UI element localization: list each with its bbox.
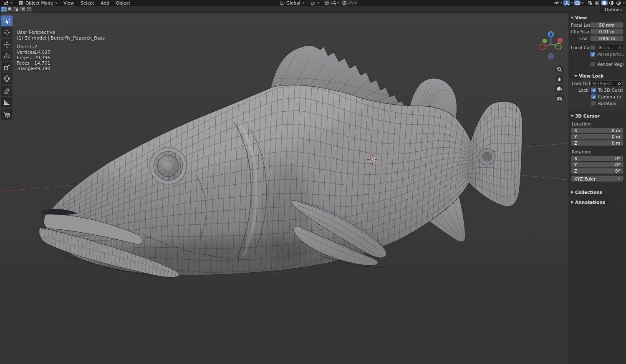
xray-icon <box>588 1 593 5</box>
axis-label: Z <box>574 168 580 173</box>
orientation-axes-icon <box>280 1 285 5</box>
lock-to-3d-cursor-checkbox[interactable] <box>591 88 596 93</box>
select-mode-subtract[interactable] <box>13 7 19 12</box>
field-label: Lock to O... <box>572 81 591 86</box>
chevron-down-icon <box>302 2 305 5</box>
focal-length-field[interactable]: 50 mm <box>590 22 623 28</box>
rotate-tool[interactable] <box>1 50 13 61</box>
chevron-down-icon[interactable] <box>581 2 584 5</box>
camera-view-button[interactable] <box>555 85 563 93</box>
cursor-location-x[interactable]: X 0 m <box>571 128 623 133</box>
show-gizmo-toggle[interactable] <box>563 0 570 5</box>
select-mode-intersect[interactable] <box>26 7 32 12</box>
xray-toggle[interactable] <box>587 0 593 5</box>
field-label: Local Cam... <box>571 45 590 50</box>
menu-view[interactable]: View <box>60 0 77 6</box>
panel-grip-icon: :::: <box>617 191 623 194</box>
overlays-icon <box>575 1 580 5</box>
panel-grip-icon: :::: <box>617 16 623 20</box>
snap-target-dropdown[interactable] <box>330 0 340 5</box>
move-tool[interactable] <box>1 39 13 50</box>
cursor-rotation-y[interactable]: Y 0° <box>571 162 623 168</box>
fish-model[interactable] <box>39 46 523 296</box>
clip-end-field[interactable]: 1000 m <box>590 35 623 41</box>
show-overlays-toggle[interactable] <box>574 0 581 5</box>
chevron-down-icon <box>336 2 339 5</box>
object-type-visibility-dropdown[interactable] <box>553 0 563 5</box>
checkbox-label: Rotation <box>598 101 616 106</box>
pivot-point-dropdown[interactable] <box>308 0 322 6</box>
chevron-down-icon <box>570 114 574 118</box>
proportional-editing-toggle[interactable] <box>341 0 348 5</box>
transform-tool[interactable] <box>1 73 13 84</box>
camera-to-view-checkbox[interactable] <box>591 94 596 99</box>
chevron-down-icon <box>560 2 563 5</box>
panel-header-annotations[interactable]: Annotations :::: <box>568 198 626 206</box>
shading-material-button[interactable] <box>608 0 615 5</box>
render-region-checkbox[interactable] <box>590 62 595 67</box>
cursor-location-z[interactable]: Z 0 m <box>571 140 623 146</box>
cursor-location-y[interactable]: Y 0 m <box>571 134 623 140</box>
proportional-falloff-dropdown[interactable] <box>348 0 357 5</box>
field-label: End <box>571 36 590 41</box>
shading-rendered-button[interactable] <box>615 0 622 5</box>
chevron-right-icon <box>570 201 574 204</box>
clear-x-icon[interactable]: ✕ <box>618 45 622 50</box>
panel-header-collections[interactable]: Collections :::: <box>568 188 626 196</box>
cursor-rotation-z[interactable]: Z 0° <box>571 168 623 174</box>
3d-viewport[interactable]: User Perspective (1) 3d model | Butterfl… <box>0 13 626 364</box>
lock-rotation-checkbox[interactable] <box>591 101 596 106</box>
chevron-down-icon <box>317 2 320 5</box>
object-icon <box>593 82 596 85</box>
location-label: Location: <box>572 121 623 126</box>
panel-header-3d-cursor[interactable]: 3D Cursor :::: <box>568 111 626 120</box>
panel-header-view-lock[interactable]: View Lock <box>568 71 626 80</box>
snap-toggle-button[interactable] <box>323 0 330 5</box>
lock-to-object-field[interactable]: Object <box>591 80 623 86</box>
cursor-tool[interactable] <box>1 27 13 38</box>
options-button[interactable]: Options <box>600 6 626 13</box>
rotation-mode-dropdown[interactable]: XYZ Euler <box>571 176 623 182</box>
menu-select[interactable]: Select <box>77 0 97 6</box>
select-mode-invert[interactable] <box>20 7 25 12</box>
chevron-down-icon <box>10 2 13 5</box>
eyedropper-icon[interactable] <box>617 82 621 85</box>
select-mode-new[interactable] <box>1 7 7 12</box>
proportional-circle-icon <box>342 1 347 5</box>
measure-tool[interactable] <box>1 97 13 108</box>
chevron-down-icon[interactable] <box>622 2 625 5</box>
axis-label: X <box>574 156 580 161</box>
snap-increment-icon <box>331 1 336 5</box>
viewport-info-overlay: User Perspective (1) 3d model | Butterfl… <box>17 30 105 71</box>
clip-start-field[interactable]: 0.01 m <box>590 29 623 35</box>
menu-add[interactable]: Add <box>97 0 112 6</box>
select-box-tool[interactable] <box>1 15 13 26</box>
rotation-mode-value: XYZ Euler <box>574 176 596 181</box>
shading-solid-button[interactable] <box>601 0 608 5</box>
transform-orientation-dropdown[interactable]: Global <box>277 0 307 6</box>
toggle-ortho-grid-button[interactable] <box>555 94 563 102</box>
passepartout-checkbox[interactable] <box>590 52 595 57</box>
pan-hand-button[interactable] <box>555 75 563 83</box>
menu-object[interactable]: Object <box>113 0 134 6</box>
gizmo-icon <box>564 1 569 5</box>
add-cube-tool[interactable] <box>1 109 13 120</box>
mode-dropdown[interactable]: Object Mode <box>16 0 60 6</box>
editor-type-button[interactable] <box>0 0 16 6</box>
scene-collection-label: (1) 3d model | Butterfly_Peacock_Bass <box>17 35 105 41</box>
scale-tool[interactable] <box>1 62 13 73</box>
local-camera-object-field[interactable]: Ca... ✕ <box>597 45 623 50</box>
select-mode-extend[interactable] <box>7 7 13 12</box>
annotate-tool[interactable] <box>1 85 13 96</box>
panel-header-view[interactable]: View :::: <box>568 13 626 21</box>
mode-label: Object Mode <box>25 0 53 5</box>
camera-data-icon <box>599 46 602 49</box>
zoom-button[interactable] <box>555 65 563 73</box>
local-camera-checkbox[interactable] <box>590 45 595 50</box>
orientation-gizmo[interactable]: Z <box>538 29 565 62</box>
cursor-rotation-x[interactable]: X 0° <box>571 156 623 161</box>
chevron-down-icon[interactable] <box>570 2 573 5</box>
field-label: Focal Len... <box>571 23 590 28</box>
checkbox-label: Camera to Vi... <box>598 94 623 99</box>
shading-wireframe-button[interactable] <box>594 0 601 5</box>
